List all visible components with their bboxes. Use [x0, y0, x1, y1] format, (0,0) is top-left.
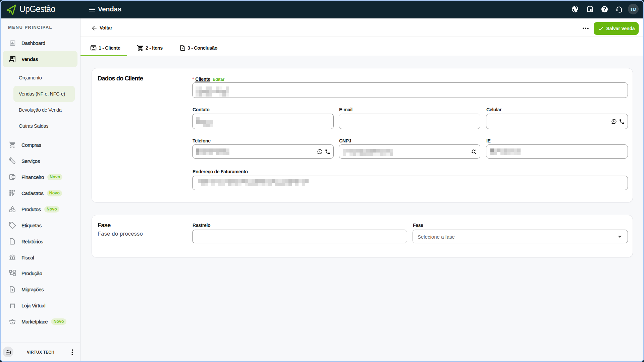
svg-text:S: S: [182, 47, 183, 50]
